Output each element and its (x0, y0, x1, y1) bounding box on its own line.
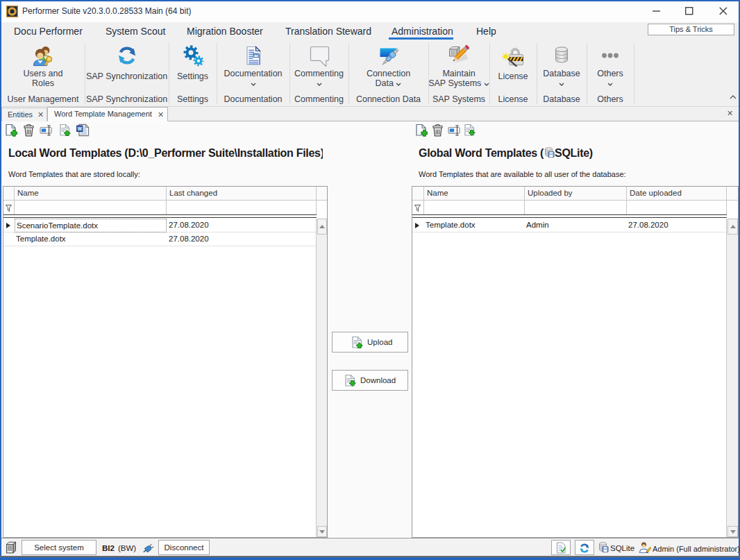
svg-text:W: W (78, 126, 83, 131)
